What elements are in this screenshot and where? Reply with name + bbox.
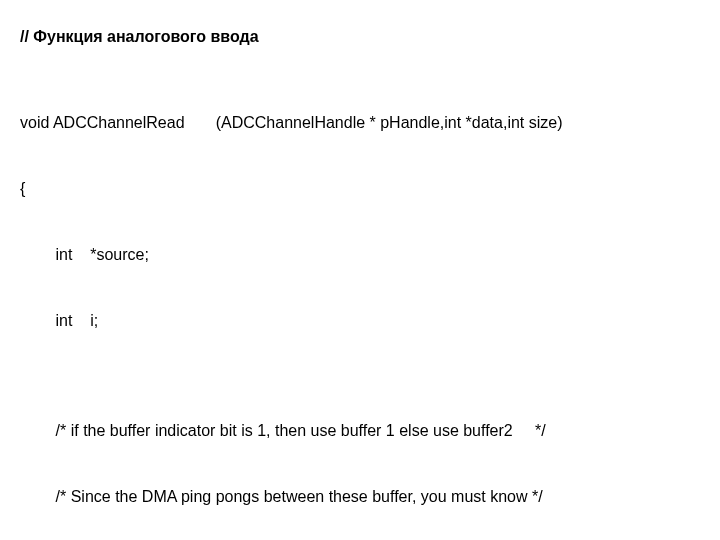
code-line: { [20,178,700,200]
code-line: int i; [20,310,700,332]
document-page: // Функция аналогового ввода void ADCCha… [0,0,720,540]
code-line: /* Since the DMA ping pongs between thes… [20,486,700,508]
code-block: void ADCChannelRead (ADCChannelHandle * … [20,68,700,540]
code-line: /* if the buffer indicator bit is 1, the… [20,420,700,442]
code-line: void ADCChannelRead (ADCChannelHandle * … [20,112,700,134]
comment-title: // Функция аналогового ввода [20,28,700,46]
code-line: int *source; [20,244,700,266]
